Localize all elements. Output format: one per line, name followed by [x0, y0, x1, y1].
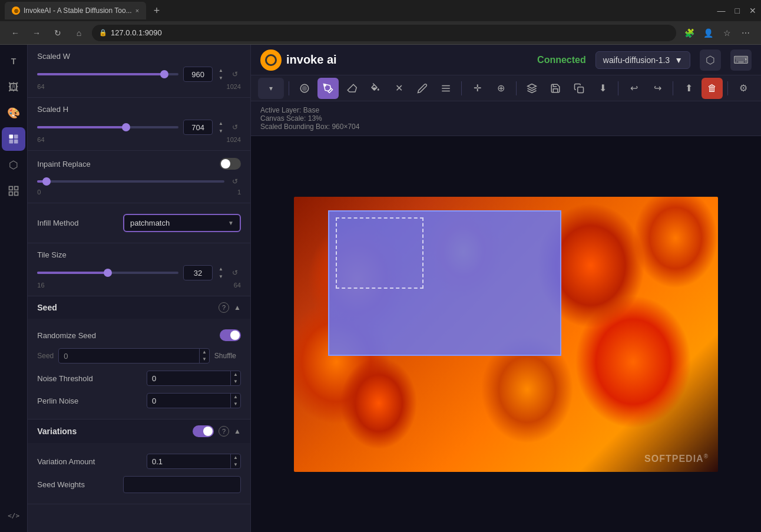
save-canvas-button[interactable]	[545, 78, 566, 99]
shuffle-button[interactable]: Shuffle	[210, 349, 241, 362]
reload-button[interactable]: ↻	[49, 25, 66, 41]
tile-size-reset[interactable]: ↺	[229, 267, 241, 279]
sidebar-item-nodes[interactable]: ⬡	[2, 153, 25, 177]
menu-icon[interactable]: ⋯	[737, 25, 754, 41]
redo-button[interactable]: ↪	[647, 78, 668, 99]
tile-size-track[interactable]	[37, 272, 178, 274]
perlin-noise-box[interactable]: ▲ ▼	[147, 393, 241, 408]
scaled-w-stepper[interactable]: ▲ ▼	[217, 67, 224, 82]
variation-amount-up[interactable]: ▲	[231, 454, 240, 461]
scaled-h-stepper[interactable]: ▲ ▼	[217, 120, 224, 135]
svg-rect-3	[14, 140, 18, 144]
model-selector[interactable]: waifu-diffusion-1.3 ▼	[595, 51, 690, 69]
noise-threshold-input[interactable]	[147, 372, 230, 385]
sidebar-item-image[interactable]: 🖼	[2, 75, 25, 99]
window-controls: — □ ✕	[717, 6, 756, 15]
perlin-noise-up[interactable]: ▲	[231, 394, 240, 401]
scaled-h-reset[interactable]: ↺	[229, 121, 241, 133]
brush-tool-button[interactable]	[317, 78, 339, 99]
undo-button[interactable]: ↩	[623, 78, 644, 99]
scaled-h-up[interactable]: ▲	[217, 120, 224, 127]
randomize-seed-toggle[interactable]	[220, 329, 241, 341]
star-icon[interactable]: ☆	[719, 25, 735, 41]
model-name: waifu-diffusion-1.3	[603, 55, 670, 65]
infill-method-row: Infill Method patchmatch ▼	[37, 210, 241, 236]
perlin-noise-down[interactable]: ▼	[231, 401, 240, 408]
fill-tool-button[interactable]	[365, 78, 386, 99]
win-minimize[interactable]: —	[717, 6, 726, 15]
layers-button[interactable]	[521, 78, 542, 99]
scaled-w-track[interactable]	[37, 73, 178, 75]
sidebar-item-gallery[interactable]	[2, 179, 25, 203]
seed-up[interactable]: ▲	[200, 349, 209, 356]
3d-model-icon[interactable]: ⬡	[700, 49, 721, 71]
lines-tool-button[interactable]	[435, 78, 456, 99]
noise-threshold-box[interactable]: ▲ ▼	[147, 371, 241, 386]
sidebar-item-debug[interactable]: </>	[2, 504, 25, 527]
variation-amount-box[interactable]: ▲ ▼	[147, 454, 241, 469]
tile-size-stepper[interactable]: ▲ ▼	[217, 265, 224, 280]
crosshair-tool-button[interactable]: ⊕	[490, 78, 511, 99]
profile-icon[interactable]: 👤	[700, 25, 716, 41]
extensions-icon[interactable]: 🧩	[681, 25, 697, 41]
clear-tool-button[interactable]: ✕	[388, 78, 409, 99]
watermark: SOFTPEDIA®	[644, 453, 709, 464]
variations-toggle[interactable]	[193, 425, 214, 437]
infill-method-dropdown[interactable]: patchmatch ▼	[123, 214, 241, 232]
scaled-h-track[interactable]	[37, 126, 178, 128]
tab-close-button[interactable]: ×	[135, 7, 139, 14]
active-tab[interactable]: ◎ InvokeAI - A Stable Diffusion Too... ×	[5, 2, 146, 19]
upload-button[interactable]: ⬆	[678, 78, 699, 99]
move-tool-button[interactable]: ✛	[466, 78, 488, 99]
noise-threshold-down[interactable]: ▼	[231, 378, 240, 385]
variations-help-icon[interactable]: ?	[219, 426, 229, 437]
keyboard-icon[interactable]: ⌨	[730, 49, 752, 71]
inpaint-replace-reset[interactable]: ↺	[229, 176, 241, 187]
scaled-w-down[interactable]: ▼	[217, 74, 224, 82]
seed-stepper[interactable]: ▲ ▼	[199, 349, 209, 363]
perlin-noise-input[interactable]	[147, 394, 230, 408]
scaled-h-down[interactable]: ▼	[217, 127, 224, 135]
sidebar-item-text[interactable]: T	[2, 49, 25, 73]
scaled-w-up[interactable]: ▲	[217, 67, 224, 74]
tile-size-down[interactable]: ▼	[217, 273, 224, 280]
variation-amount-down[interactable]: ▼	[231, 461, 240, 468]
mask-tool-button[interactable]	[294, 78, 315, 99]
address-bar[interactable]: 🔒 127.0.0.1:9090	[92, 25, 676, 41]
inpaint-replace-toggle[interactable]	[220, 158, 241, 170]
scaled-w-reset[interactable]: ↺	[229, 68, 241, 80]
download-button[interactable]: ⬇	[592, 78, 613, 99]
variations-chevron[interactable]: ▲	[234, 427, 241, 435]
seed-input[interactable]	[59, 349, 199, 363]
delete-button[interactable]: 🗑	[702, 78, 723, 99]
seed-down[interactable]: ▼	[200, 356, 209, 363]
new-tab-button[interactable]: +	[148, 2, 165, 19]
seed-help-icon[interactable]: ?	[219, 302, 229, 313]
win-maximize[interactable]: □	[735, 6, 740, 15]
seed-chevron[interactable]: ▲	[234, 303, 241, 312]
seed-section-header[interactable]: Seed ? ▲	[28, 296, 250, 319]
variation-amount-stepper[interactable]: ▲ ▼	[230, 454, 240, 468]
sidebar-item-inpaint[interactable]: 🎨	[2, 101, 25, 125]
app-container: T 🖼 🎨 ⬡ </> Scaled W	[0, 45, 761, 532]
seed-input-box[interactable]: ▲ ▼	[58, 348, 210, 364]
inpaint-replace-track[interactable]	[37, 180, 224, 183]
pen-tool-button[interactable]	[412, 78, 433, 99]
win-close[interactable]: ✕	[749, 6, 756, 15]
forward-button[interactable]: →	[28, 25, 45, 41]
noise-threshold-up[interactable]: ▲	[231, 371, 240, 378]
back-button[interactable]: ←	[7, 25, 24, 41]
variations-section-header[interactable]: Variations ? ▲	[28, 419, 250, 443]
home-button[interactable]: ⌂	[71, 25, 87, 41]
seed-weights-input[interactable]	[123, 476, 241, 493]
tile-size-up[interactable]: ▲	[217, 265, 224, 273]
perlin-noise-stepper[interactable]: ▲ ▼	[230, 394, 240, 408]
sidebar-item-canvas[interactable]	[2, 127, 25, 151]
noise-threshold-stepper[interactable]: ▲ ▼	[230, 371, 240, 385]
copy-button[interactable]	[568, 78, 590, 99]
eraser-tool-button[interactable]	[341, 78, 362, 99]
settings-button[interactable]: ⚙	[733, 78, 754, 99]
variation-amount-input[interactable]	[147, 455, 230, 468]
canvas-area[interactable]: SOFTPEDIA®	[251, 136, 761, 532]
tool-dropdown[interactable]: ▾	[258, 78, 284, 99]
